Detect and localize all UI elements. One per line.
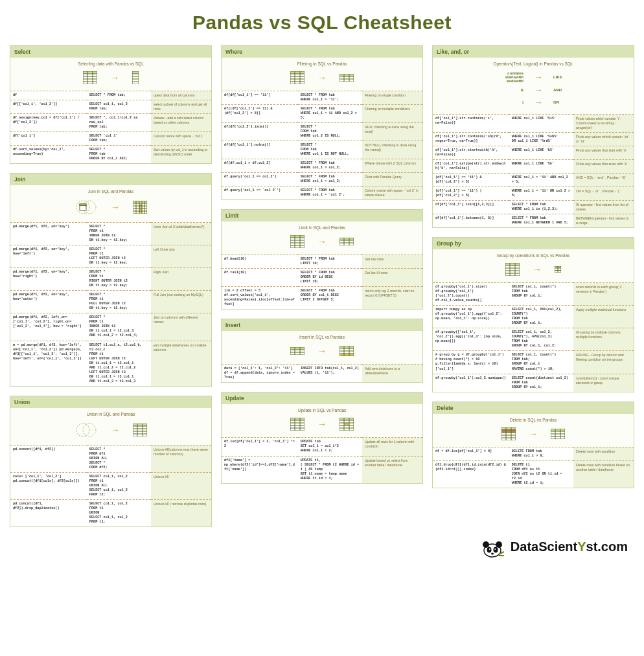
pandas-cell: df[df['col_1'] == '11'] xyxy=(222,91,298,105)
map-right: OR xyxy=(553,100,573,104)
map-right: AND xyxy=(553,88,573,92)
icon-row: → xyxy=(222,341,422,364)
icon-row: → xyxy=(222,414,422,437)
card-subtitle: Selecting data with Pandas vs SQL xyxy=(10,58,211,67)
desc-cell: Left Outer join xyxy=(151,245,211,268)
desc-cell: Filtering on single condition xyxy=(362,91,422,105)
table-row: df1['name'] = np.where(df2['id']==1,df2[… xyxy=(222,456,422,483)
sql-cell: INSERT INTO tab(col_1, col_2) VALUES (1,… xyxy=(298,365,362,383)
card-header: Delete xyxy=(433,402,634,414)
pandas-cell: (df['col_1'] == '11') | (df['col_2'] > 5… xyxy=(433,187,509,201)
footer: DataScientYst.com xyxy=(10,536,634,558)
table-row: import numpy as np df.groupby('col_1').a… xyxy=(433,306,634,328)
map-left: | xyxy=(494,100,523,104)
sql-cell: WHERE col_1 LIKE 'h%' xyxy=(509,146,573,160)
table-row: pd.merge(df1, df2, on='key', how='left')… xyxy=(10,245,211,268)
pandas-cell: (df['col_1'] == '11') & (df['col_2'] > 5… xyxy=(433,174,509,187)
icon-row: → xyxy=(433,259,634,282)
pandas-cell: m = pd.merge(df1, df2, how='left', on=['… xyxy=(10,341,87,386)
desc-cell: Grouping by multiple columns, multiple f… xyxy=(573,328,634,351)
icon-row: → xyxy=(222,67,422,91)
sql-cell: SELECT *, col_1/col_2 as new_col FROM ta… xyxy=(87,114,151,132)
desc-cell: Column name with space - `col 1` xyxy=(151,132,211,146)
card-join: Join Join in SQL and Pandas → pd.merge(d… xyxy=(10,173,212,386)
table-row: df[df.col_1 > df.col_2]SELECT * FROM tab… xyxy=(222,159,422,173)
table-row: cols= ['col_1', 'col_2'] pd.concat([df1[… xyxy=(10,472,211,499)
icon-row: → xyxy=(10,195,211,222)
pandas-cell: df[df['col_1'].between(1, 5)] xyxy=(433,214,509,228)
card-groupby: Group by Group by operations in SQL vs P… xyxy=(432,237,634,392)
pandas-cell: pd.merge(df1, df2, on='key') xyxy=(10,223,87,245)
desc-cell: count(distinct) - count unique elements … xyxy=(573,374,634,392)
sql-cell: SELECT col_1, count(*) FROM tab; GROUP B… xyxy=(509,351,573,374)
table-icon xyxy=(290,71,305,84)
table-row: df['col_1'].astype(str).str.endswith('k'… xyxy=(433,160,634,174)
desc-cell: NULL checking is done using the isna() xyxy=(362,123,422,141)
sql-cell: SELECT * FROM tab WHERE col_1 > col_2; xyxy=(298,159,362,173)
desc-cell: Join on columns with different names xyxy=(151,313,211,341)
table-row: # group by g = df.groupby('col_1') # hav… xyxy=(433,351,634,374)
pandas-cell: df.query('col_1 == `col 2`') xyxy=(222,187,298,200)
desc-cell: AND = SQL - `and` , Pandas - `&` xyxy=(573,174,634,187)
table-row: df1.drop(df1[(df1.id.isin(df2.id) & (df1… xyxy=(433,460,634,488)
table-row: pd.concat([df1, df2])SELECT * FROM df1 U… xyxy=(10,445,211,472)
sql-cell: SELECT * FROM tab WHERE col_1 = 11 AND c… xyxy=(298,105,362,123)
table-row: lim = 2 offset = 5 df.sort_values('col_1… xyxy=(222,287,422,310)
table-icon xyxy=(339,346,354,356)
sql-cell: SELECT * FROM tab WHERE col_1 = '11'; xyxy=(298,91,362,105)
desc-cell: Unioun All ( remove duplicate rows) xyxy=(151,499,211,526)
rows-table: df.groupby('col_1').size() df.groupby('c… xyxy=(433,282,634,391)
desc-cell: Get top rows xyxy=(362,255,422,269)
desc-cell: Update based on select from another tabl… xyxy=(362,456,422,483)
sql-cell: WHERE col_1 LIKE '%k' xyxy=(509,160,573,174)
card-union: Union Union in SQL and Pandas → pd.conca… xyxy=(10,396,212,527)
pandas-cell: df1.drop(df1[(df1.id.isin(df2.id) & (df1… xyxy=(433,460,509,488)
column-2: Where Filtering in SQL vs Pandas → df[df… xyxy=(221,45,423,484)
table-row: data = {'col_1': 1, 'col_2': '11'} df = … xyxy=(222,365,422,383)
card-header: Like, and, or xyxy=(433,46,634,58)
pandas-cell: import numpy as np df.groupby('col_1').a… xyxy=(433,306,509,328)
svg-point-112 xyxy=(487,547,491,552)
arrow-icon: → xyxy=(534,97,543,107)
card-like: Like, and, or Operators(Text, Logical) i… xyxy=(432,45,634,228)
pandas-cell: pd.merge(df1, df2, left_on=['col_1', 'co… xyxy=(10,313,87,341)
card-select: Select Selecting data with Pandas vs SQL… xyxy=(10,45,212,164)
icon-row: containsstartswithendswith→LIKE &→AND |→… xyxy=(433,67,634,114)
card-subtitle: Limit in SQL and Pandas xyxy=(222,221,422,231)
card-delete: Delete Delete in SQL vs Pandas → df = df… xyxy=(432,402,634,488)
card-subtitle: Union in SQL and Pandas xyxy=(10,408,211,418)
sql-cell: SELECT `col 1` FROM tab; xyxy=(87,132,151,146)
pandas-cell: df[(df['col_1'] == 11) & (df['col_2'] > … xyxy=(222,105,298,123)
svg-point-111 xyxy=(496,541,502,548)
pandas-cell: df.tail(10) xyxy=(222,269,298,287)
sql-cell: SELECT * FROM tab WHERE col_1 = col_2; xyxy=(298,173,362,187)
table-row: df[df['col_2'].isna()]SELECT * FROM tab … xyxy=(222,123,422,141)
sql-cell: SELECT * FROM tab WHERE col_1 BETWEEN 1 … xyxy=(509,214,573,228)
table-row: (df['col_1'] == '11') & (df['col_2'] > 5… xyxy=(433,174,634,187)
column-3: Like, and, or Operators(Text, Logical) i… xyxy=(432,45,634,488)
svg-rect-97 xyxy=(501,427,516,430)
sql-cell: UPDATE t1, ( SELECT * FROM t2 WHERE id =… xyxy=(298,456,362,483)
pandas-cell: df xyxy=(10,91,87,100)
rows-table: df.loc[df['col_1'] < 2, 'col_1'] *= 2UPD… xyxy=(222,437,422,482)
arrow-icon: → xyxy=(317,236,327,247)
pandas-cell: df['col_1'].str.contains('sh|rd', regex=… xyxy=(433,133,509,146)
sql-cell: DELETE t1 FROM df1 as t1 JOIN df2 as t2 … xyxy=(509,460,573,488)
desc-cell: Delete rows with condition based on anot… xyxy=(573,460,634,488)
panda-logo-icon xyxy=(479,536,505,558)
card-header: Insert xyxy=(222,319,422,331)
table-icon xyxy=(290,418,305,431)
pandas-cell: pd.concat([df1, df2]).drop_duplicates() xyxy=(10,499,87,526)
pandas-cell: df1['name'] = np.where(df2['id']==1,df2[… xyxy=(222,456,298,483)
pandas-cell: df.loc[df['col_1'] < 2, 'col_1'] *= 2 xyxy=(222,438,298,456)
icon-row: → xyxy=(10,67,211,91)
pandas-cell: df['col_1'].str.startswith('h', na=False… xyxy=(433,146,509,160)
desc-cell: Apply multiple statistical functions xyxy=(573,306,634,328)
sql-cell: WHERE col_1 LIKE '%i%' xyxy=(509,115,573,133)
svg-rect-78 xyxy=(339,418,354,420)
sql-cell: DELETE FROM tab WHERE col_1 > 9; xyxy=(509,447,573,460)
sql-cell: UPDATE tab SET col_1 = col_1*2 WHERE col… xyxy=(298,438,362,456)
desc-cell: Sort values by col_1 in ascending or des… xyxy=(151,146,211,164)
card-insert: Insert Insert in SQL vs Pandas → data = … xyxy=(221,319,423,383)
pandas-cell: pd.merge(df1, df2, on='key', how='right'… xyxy=(10,268,87,291)
